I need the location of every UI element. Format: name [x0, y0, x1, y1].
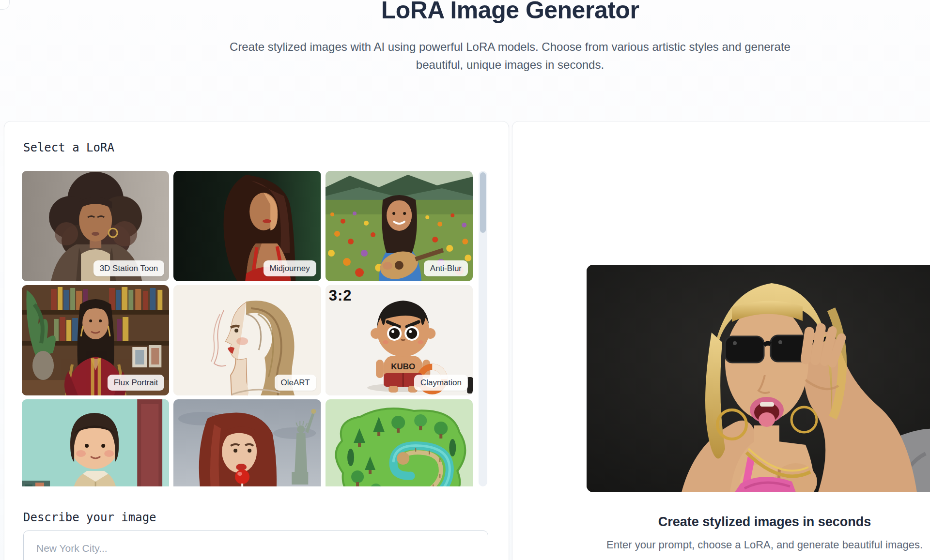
- describe-image-label: Describe your image: [23, 511, 156, 524]
- lora-tile-8[interactable]: [173, 399, 321, 486]
- page-subtitle-line1: Create stylized images with AI using pow…: [4, 38, 930, 56]
- page: LoRA Image Generator Create stylized ima…: [0, 0, 930, 560]
- lora-thumbnail-art: [326, 399, 473, 486]
- preview-subheading: Enter your prompt, choose a LoRA, and ge…: [512, 539, 930, 551]
- lora-panel: Select a LoRA: [4, 121, 509, 560]
- lora-tile-7[interactable]: [22, 399, 169, 486]
- lora-grid: 3D Station Toon: [22, 171, 473, 486]
- lora-tile-label: Flux Portrait: [108, 375, 165, 391]
- lora-tile-label: OleART: [275, 375, 316, 391]
- page-subtitle-line2: beautiful, unique images in seconds.: [4, 56, 930, 74]
- lora-tile-label: Midjourney: [264, 260, 316, 276]
- lora-tile-midjourney[interactable]: Midjourney: [173, 171, 321, 281]
- lora-tile-anti-blur[interactable]: Anti-Blur: [326, 171, 473, 281]
- select-lora-label: Select a LoRA: [23, 141, 114, 154]
- aspect-ratio-badge: 3:2: [329, 287, 352, 304]
- preview-heading: Create stylized images in seconds: [512, 515, 930, 530]
- lora-thumbnail-art: [22, 399, 169, 486]
- lora-thumbnail-art: [173, 399, 321, 486]
- lora-tile-label: Anti-Blur: [424, 260, 468, 276]
- hero-image: [587, 265, 930, 492]
- lora-tile-label: 3D Station Toon: [93, 260, 165, 276]
- lora-tile-label: Claymation: [414, 375, 468, 391]
- claymation-chest-text: KUBO: [391, 362, 415, 371]
- lora-tile-9[interactable]: [326, 399, 473, 486]
- prompt-input[interactable]: [23, 530, 488, 560]
- lora-tile-3d-station-toon[interactable]: 3D Station Toon: [22, 171, 169, 281]
- grid-scrollbar-track[interactable]: [479, 171, 487, 486]
- page-subtitle: Create stylized images with AI using pow…: [4, 38, 930, 74]
- lora-tile-oleart[interactable]: OleART: [173, 285, 321, 395]
- lora-tile-claymation[interactable]: KUBO 3:2 Claymation: [326, 285, 473, 395]
- lora-tile-flux-portrait[interactable]: Flux Portrait: [22, 285, 169, 395]
- content-container: LoRA Image Generator Create stylized ima…: [4, 0, 930, 74]
- preview-panel: Create stylized images in seconds Enter …: [512, 121, 930, 560]
- lora-grid-scroll-area[interactable]: 3D Station Toon: [22, 171, 473, 486]
- page-title: LoRA Image Generator: [4, 0, 930, 24]
- grid-scrollbar-thumb[interactable]: [480, 172, 486, 233]
- hero-image-art: [587, 265, 930, 492]
